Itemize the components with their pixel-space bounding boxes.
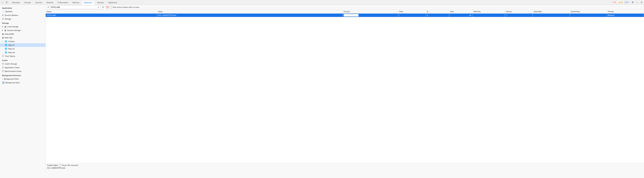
cell-path: /: [398, 13, 426, 17]
session-storage-icon: ▦: [4, 29, 6, 31]
col-name[interactable]: Name: [46, 10, 157, 13]
sidebar-item-trust-tokens[interactable]: ☰ Trust Tokens: [0, 54, 46, 58]
service-workers-icon: ⚙: [2, 14, 4, 16]
cache-storage-icon: ☰: [2, 63, 4, 65]
settings-icon[interactable]: ⚙: [631, 0, 634, 4]
sidebar-item-indexeddb-label: IndexedDB: [5, 33, 14, 35]
col-value[interactable]: Value: [157, 10, 342, 13]
tab-sources[interactable]: Sources: [33, 0, 44, 5]
sidebar-item-web-sql[interactable]: ▦ Web SQL: [0, 36, 46, 40]
tab-memory[interactable]: Memory: [70, 0, 82, 5]
sidebar-item-cache-storage[interactable]: ☰ Cache Storage: [0, 62, 46, 66]
refresh-button[interactable]: ↺: [47, 6, 50, 8]
col-expires[interactable]: E...: [426, 10, 449, 13]
col-size[interactable]: Size: [449, 10, 472, 13]
col-sameparty[interactable]: SameParty: [570, 10, 607, 13]
clear-search-button[interactable]: ✕: [97, 6, 100, 8]
sidebar-item-background-sync[interactable]: 🔄 Background Sync: [0, 81, 46, 85]
sidebar-item-background-fetch[interactable]: ↕ Background Fetch: [0, 77, 46, 81]
cookie-value-label: Cookie Value: [47, 164, 58, 166]
sidebar-item-service-workers[interactable]: ⚙ Service Workers: [0, 13, 46, 17]
col-httponly[interactable]: HttpOnly: [472, 10, 505, 13]
sidebar-item-indexeddb[interactable]: ▦ IndexedDB: [0, 32, 46, 36]
web-sql-icon: ▦: [2, 37, 4, 39]
filter-cookies-button[interactable]: ⊘: [101, 5, 105, 9]
sidebar-item-trust-tokens-label: Trust Tokens: [5, 55, 15, 57]
sidebar-item-session-storage-label: Session Storage: [7, 29, 21, 31]
storage-section-title: Storage: [0, 21, 46, 25]
col-samesite[interactable]: SameSite: [533, 10, 570, 13]
only-issues-checkbox[interactable]: [110, 6, 112, 8]
sidebar-item-web-sql-label: Web SQL: [5, 37, 13, 39]
local-storage-arrow: ▶: [2, 26, 3, 27]
only-issues-label[interactable]: Only show cookies with an issue: [110, 6, 139, 8]
top-bar: ⬚ ⊡ Elements Console Sources Network Per…: [0, 0, 644, 5]
cell-size: 26: [449, 13, 472, 17]
sidebar-item-cookies-p[interactable]: 🌐 https://p: [0, 47, 46, 51]
close-icon[interactable]: ✕: [640, 0, 643, 4]
session-storage-arrow: ▶: [2, 29, 3, 31]
back-forward-cache-icon: ☰: [2, 70, 4, 72]
clear-cookies-button[interactable]: 🚫: [106, 5, 109, 9]
sidebar-item-cookies-n[interactable]: 🌐 https://n: [0, 43, 46, 47]
trust-tokens-icon: ☰: [2, 55, 4, 57]
sidebar-item-manifest[interactable]: 📄 Manifest: [0, 10, 46, 13]
sidebar-item-application-cache[interactable]: ☰ Application Cache: [0, 66, 46, 69]
more-icon[interactable]: ⋮: [635, 0, 639, 4]
sidebar-item-back-forward-cache[interactable]: ☰ Back-forward Cache: [0, 69, 46, 73]
sidebar-item-manifest-label: Manifest: [6, 10, 12, 12]
tab-console[interactable]: Console: [22, 0, 33, 5]
sidebar-item-local-storage[interactable]: ▶ ▦ Local Storage: [0, 25, 46, 28]
tab-elements[interactable]: Elements: [10, 0, 22, 5]
sidebar-item-cookies-label: Cookies: [8, 40, 15, 42]
sidebar-item-back-forward-cache-label: Back-forward Cache: [5, 70, 22, 72]
sidebar-item-local-storage-label: Local Storage: [7, 26, 18, 28]
cookie-search-input[interactable]: [51, 6, 96, 8]
sidebar-item-storage[interactable]: ☰ Storage: [0, 17, 46, 21]
sidebar-item-service-workers-label: Service Workers: [5, 14, 18, 16]
domain-input[interactable]: [344, 14, 358, 17]
tab-lighthouse[interactable]: Lighthouse: [106, 0, 119, 5]
col-secure[interactable]: Secure: [505, 10, 533, 13]
tab-security[interactable]: Security: [95, 0, 106, 5]
table-body: FPGCLAW GCL.1636547975.test / 2... 26 ✓ …: [46, 13, 644, 17]
sidebar-item-cookies-w-label: https://w: [8, 51, 15, 53]
show-url-decoded-label[interactable]: Show URL decoded: [59, 164, 78, 166]
sidebar-item-background-sync-label: Background Sync: [6, 82, 20, 84]
cell-domain: [342, 13, 398, 17]
sidebar-item-session-storage[interactable]: ▶ ▦ Session Storage: [0, 28, 46, 32]
cookies-arrow: ▼: [2, 41, 4, 42]
sidebar-item-cookies-p-label: https://p: [8, 48, 14, 50]
sidebar-item-background-fetch-label: Background Fetch: [4, 78, 19, 80]
content-area: ↺ ✕ ⊘ 🚫 Only show cookies with an issue …: [46, 5, 644, 173]
cookie-table-wrapper[interactable]: Name Value Domain Path E... Size HttpOnl…: [46, 10, 644, 163]
sidebar-item-cookies-w[interactable]: 🌐 https://w: [0, 51, 46, 54]
error-badge[interactable]: ⚠ 7: [612, 1, 617, 3]
cell-sameparty: [570, 13, 607, 17]
cell-httponly: [472, 13, 505, 17]
tab-bar: Elements Console Sources Network Perform…: [9, 0, 612, 5]
col-priority[interactable]: Priority: [607, 10, 644, 13]
warning-badge[interactable]: ▲ 15: [618, 1, 623, 3]
divider: [9, 1, 9, 4]
tab-application[interactable]: Application: [82, 0, 95, 5]
sidebar: Application 📄 Manifest ⚙ Service Workers…: [0, 5, 46, 173]
inspect-icon[interactable]: ⬚: [1, 0, 4, 4]
sidebar-item-cookies[interactable]: ▼ 🌐 Cookies: [0, 40, 46, 43]
col-path[interactable]: Path: [398, 10, 426, 13]
app-section-title: Application: [0, 6, 46, 10]
main-layout: Application 📄 Manifest ⚙ Service Workers…: [0, 5, 644, 173]
background-fetch-icon: ↕: [2, 78, 3, 80]
sidebar-item-application-cache-label: Application Cache: [5, 67, 20, 69]
col-domain[interactable]: Domain: [342, 10, 398, 13]
info-badge[interactable]: 💬 6: [624, 1, 630, 3]
tab-network[interactable]: Network: [44, 0, 56, 5]
top-right-badges: ⚠ 7 ▲ 15 💬 6 ⚙ ⋮ ✕: [612, 0, 643, 4]
cookie-toolbar: ↺ ✕ ⊘ 🚫 Only show cookies with an issue: [46, 5, 644, 10]
cell-secure: ✓: [505, 13, 533, 17]
show-url-decoded-checkbox[interactable]: [59, 164, 61, 166]
search-wrapper: ✕: [50, 5, 100, 9]
tab-performance[interactable]: Performance: [56, 0, 70, 5]
cursor-icon[interactable]: ⊡: [5, 0, 8, 4]
table-row[interactable]: FPGCLAW GCL.1636547975.test / 2... 26 ✓ …: [46, 13, 644, 17]
